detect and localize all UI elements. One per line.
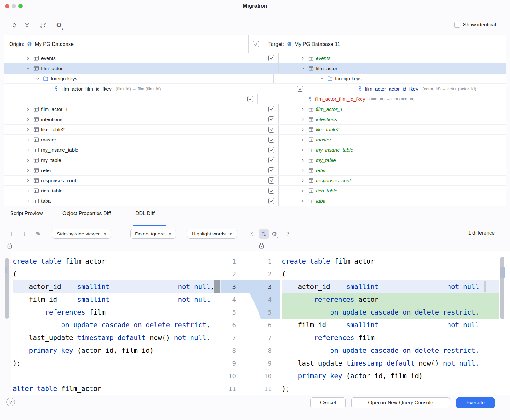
- chevron-collapsed-icon[interactable]: [300, 189, 306, 193]
- origin-tree-cell[interactable]: foreign keys: [4, 74, 273, 83]
- target-tree-cell[interactable]: film_actor_1: [279, 104, 506, 114]
- row-checkbox-cell[interactable]: [264, 165, 279, 175]
- expand-all-icon[interactable]: [10, 20, 19, 30]
- select-all-checkbox[interactable]: [253, 41, 259, 47]
- tree-row[interactable]: film_actor_1film_actor_1: [4, 104, 506, 114]
- open-in-new-query-console-button[interactable]: Open in New Query Console: [351, 397, 450, 408]
- row-checkbox-cell[interactable]: [264, 145, 279, 155]
- row-checkbox[interactable]: [268, 127, 274, 133]
- help-button[interactable]: ?: [6, 398, 15, 406]
- row-checkbox[interactable]: [268, 106, 274, 112]
- target-tree-cell[interactable]: film_actor_film_id_fkey(film_id) → film …: [258, 94, 506, 104]
- row-checkbox-cell[interactable]: [293, 84, 307, 94]
- left-code-line[interactable]: references film: [13, 306, 221, 319]
- tree-row[interactable]: tabataba: [4, 196, 506, 206]
- highlight-mode-dropdown[interactable]: Highlight words▼: [187, 229, 237, 239]
- collapse-unchanged-icon[interactable]: [249, 229, 255, 239]
- row-checkbox[interactable]: [268, 116, 274, 122]
- tree-row[interactable]: film_actorfilm_actor: [4, 63, 506, 74]
- chevron-collapsed-icon[interactable]: [300, 138, 306, 142]
- tree-row[interactable]: mastermaster: [4, 135, 506, 145]
- row-checkbox-cell[interactable]: [264, 176, 279, 185]
- left-code-line[interactable]: film_id smallint not null: [13, 293, 221, 306]
- chevron-collapsed-icon[interactable]: [25, 127, 31, 132]
- row-checkbox[interactable]: [247, 96, 253, 102]
- left-code-line[interactable]: (: [13, 268, 221, 280]
- chevron-collapsed-icon[interactable]: [25, 178, 31, 183]
- tab-script-preview[interactable]: Script Preview: [10, 211, 43, 216]
- target-tree-cell[interactable]: intentions: [279, 114, 506, 124]
- left-code-line[interactable]: alter table film_actor: [13, 382, 221, 395]
- origin-tree-cell[interactable]: responses_conf: [4, 176, 264, 185]
- chevron-collapsed-icon[interactable]: [300, 117, 306, 122]
- origin-tree-cell[interactable]: film_actor_1: [4, 104, 264, 114]
- tree-row[interactable]: my_tablemy_table: [4, 155, 506, 165]
- row-checkbox-cell[interactable]: [264, 53, 279, 63]
- left-code-line[interactable]: primary key (actor_id, film_id): [13, 344, 221, 357]
- collapse-all-icon[interactable]: [22, 20, 32, 30]
- target-tree-cell[interactable]: master: [279, 135, 506, 145]
- chevron-collapsed-icon[interactable]: [300, 158, 306, 163]
- chevron-collapsed-icon[interactable]: [25, 148, 31, 152]
- origin-tree-cell[interactable]: master: [4, 135, 264, 145]
- tree-row[interactable]: intentionsintentions: [4, 114, 506, 125]
- sync-scroll-toggle[interactable]: ⇅: [259, 229, 269, 239]
- origin-tree-cell[interactable]: rich_table: [4, 186, 264, 196]
- chevron-expanded-icon[interactable]: [25, 66, 31, 71]
- target-tree-cell[interactable]: responses_conf: [279, 176, 506, 185]
- tab-ddl-diff[interactable]: DDL Diff: [135, 211, 155, 216]
- origin-tree-cell[interactable]: my_insane_table: [4, 145, 264, 155]
- right-code-line[interactable]: actor_id smallint not null: [282, 280, 499, 293]
- row-checkbox-cell[interactable]: [264, 125, 279, 134]
- right-code-line[interactable]: (: [282, 268, 499, 280]
- target-tree-cell[interactable]: my_insane_table: [279, 145, 506, 155]
- origin-tree-cell[interactable]: intentions: [4, 114, 264, 124]
- origin-tree-cell[interactable]: events: [4, 53, 264, 63]
- right-code-editor[interactable]: create table film_actor( actor_id smalli…: [280, 251, 510, 395]
- row-checkbox[interactable]: [268, 147, 274, 153]
- execute-button[interactable]: Execute: [456, 397, 495, 408]
- settings-gear-icon[interactable]: ⚙: [54, 20, 64, 30]
- viewer-mode-dropdown[interactable]: Side-by-side viewer▼: [52, 229, 111, 239]
- row-checkbox[interactable]: [268, 167, 274, 173]
- right-code-line[interactable]: last_update timestamp default now() not …: [282, 357, 499, 370]
- chevron-collapsed-icon[interactable]: [25, 199, 31, 203]
- right-scrollbar-thumb[interactable]: [500, 257, 504, 319]
- left-code-line[interactable]: create table film_actor: [13, 255, 221, 268]
- row-checkbox[interactable]: [268, 198, 274, 204]
- diff-help-icon[interactable]: ?: [286, 229, 289, 239]
- tab-object-properties-diff[interactable]: Object Properties Diff: [62, 211, 111, 216]
- previous-difference-icon[interactable]: ↑: [10, 229, 13, 239]
- chevron-collapsed-icon[interactable]: [25, 168, 31, 173]
- origin-tree-cell[interactable]: refer: [4, 165, 264, 175]
- target-tree-cell[interactable]: taba: [279, 196, 506, 206]
- chevron-collapsed-icon[interactable]: [25, 158, 31, 163]
- row-checkbox-cell[interactable]: [243, 94, 258, 104]
- chevron-expanded-icon[interactable]: [300, 66, 306, 71]
- target-tree-cell[interactable]: film_actor: [279, 63, 506, 73]
- row-checkbox[interactable]: [268, 137, 274, 143]
- target-tree-cell[interactable]: rich_table: [279, 186, 506, 196]
- right-code-line[interactable]: );: [282, 382, 499, 395]
- tree-row[interactable]: eventsevents: [4, 53, 506, 63]
- origin-tree-cell[interactable]: taba: [4, 196, 264, 206]
- show-identical-checkbox[interactable]: [454, 22, 460, 28]
- chevron-expanded-icon[interactable]: [34, 76, 41, 81]
- show-identical-option[interactable]: Show identical: [454, 22, 496, 28]
- tree-row[interactable]: my_insane_tablemy_insane_table: [4, 145, 506, 155]
- right-code-line[interactable]: on update cascade on delete restrict,: [282, 306, 499, 319]
- target-tree-cell[interactable]: events: [279, 53, 506, 63]
- chevron-collapsed-icon[interactable]: [300, 148, 306, 152]
- row-checkbox-cell[interactable]: [264, 104, 279, 114]
- row-checkbox[interactable]: [268, 188, 274, 194]
- tree-row[interactable]: film_actor_film_id_fkey(film_id) → film …: [4, 84, 506, 94]
- origin-tree-cell[interactable]: like_table2: [4, 125, 264, 134]
- left-code-line[interactable]: last_update timestamp default now() not …: [13, 331, 221, 344]
- chevron-collapsed-icon[interactable]: [300, 107, 306, 112]
- origin-tree-cell[interactable]: film_actor: [4, 63, 264, 73]
- tree-row[interactable]: foreign keysforeign keys: [4, 74, 506, 84]
- refresh-comparison-icon[interactable]: [38, 20, 48, 30]
- left-code-line[interactable]: );: [13, 357, 221, 370]
- origin-tree-cell[interactable]: film_actor_film_id_fkey(film_id) → film …: [4, 84, 293, 94]
- right-code-line[interactable]: references actor: [282, 293, 499, 306]
